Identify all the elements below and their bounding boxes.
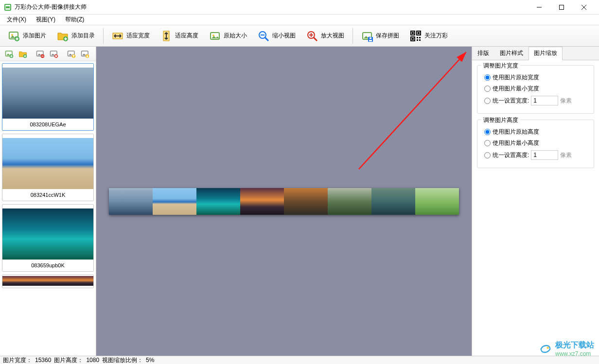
svg-rect-24: [369, 40, 372, 41]
tab-layout[interactable]: 排版: [472, 47, 494, 60]
radio-input[interactable]: [484, 140, 491, 146]
status-width-value: 15360: [35, 357, 51, 364]
radio-label: 统一设置高度:: [493, 151, 529, 159]
radio-input[interactable]: [484, 129, 491, 135]
zoom-out-label: 缩小视图: [272, 32, 296, 40]
about-button[interactable]: 关注万彩: [405, 28, 452, 44]
thumbnail-item[interactable]: [2, 275, 94, 288]
qrcode-icon: [410, 30, 422, 42]
about-label: 关注万彩: [424, 32, 448, 40]
add-folder-button[interactable]: 添加目录: [53, 28, 99, 44]
thumbnail-image: [2, 68, 93, 119]
tab-style[interactable]: 图片样式: [494, 47, 529, 60]
uniform-width-input[interactable]: [531, 96, 558, 105]
tab-scale[interactable]: 图片缩放: [529, 47, 563, 60]
fit-width-label: 适应宽度: [126, 32, 150, 40]
annotation-arrow: [354, 48, 480, 174]
svg-rect-2: [6, 6, 10, 8]
save-stitch-button[interactable]: 保存拼图: [357, 28, 404, 44]
radio-label: 使用图片最小宽度: [493, 85, 539, 93]
save-icon: [361, 30, 373, 42]
panel-tabs: 排版 图片样式 图片缩放: [472, 47, 599, 60]
fit-height-button[interactable]: 适应高度: [156, 28, 203, 44]
zoom-out-button[interactable]: 缩小视图: [253, 28, 300, 44]
menu-view[interactable]: 视图(Y): [32, 15, 59, 25]
sidebar-clear-button[interactable]: [48, 48, 60, 60]
sidebar-add-folder-button[interactable]: [17, 48, 29, 60]
svg-rect-32: [417, 37, 418, 38]
zoom-in-icon: [306, 30, 318, 42]
fit-width-button[interactable]: 适应宽度: [107, 28, 154, 44]
watermark-url: www.xz7.com: [555, 350, 594, 357]
fit-height-label: 适应高度: [175, 32, 198, 40]
thumbnail-item[interactable]: 083659upb0K: [2, 204, 94, 272]
image-clear-icon: [50, 50, 58, 58]
minimize-button[interactable]: [528, 0, 550, 14]
svg-line-19: [314, 37, 317, 41]
radio-label: 统一设置宽度:: [493, 97, 529, 105]
radio-input[interactable]: [484, 74, 491, 81]
svg-rect-33: [419, 37, 421, 38]
radio-input[interactable]: [484, 86, 491, 92]
main-toolbar: 添加图片 添加目录 适应宽度 适应高度 原始大小 缩小视图 放大视图 保存拼图 …: [0, 25, 599, 47]
status-width-label: 图片宽度：: [3, 356, 32, 364]
radio-label: 使用图片原始高度: [493, 128, 539, 136]
svg-line-48: [359, 52, 466, 169]
sidebar-move-down-button[interactable]: [79, 48, 91, 60]
status-zoom-value: 5%: [146, 357, 154, 364]
canvas-area[interactable]: [96, 47, 472, 356]
radio-width-original[interactable]: 使用图片原始宽度: [484, 73, 589, 82]
thumbnail-list[interactable]: 083208UEGAe 083241ccW1K 083659upb0K: [0, 61, 96, 356]
svg-rect-34: [417, 39, 418, 41]
uniform-height-input[interactable]: [531, 150, 558, 160]
group-adjust-width: 调整图片宽度 使用图片原始宽度 使用图片最小宽度 统一设置宽度: 像素: [477, 65, 594, 114]
radio-height-uniform[interactable]: 统一设置高度: 像素: [484, 150, 589, 160]
group-title: 调整图片宽度: [481, 62, 520, 70]
status-height-label: 图片高度：: [54, 356, 83, 364]
menu-file[interactable]: 文件(X): [3, 15, 30, 25]
thumbnail-label: 083241ccW1K: [2, 189, 93, 199]
radio-height-min[interactable]: 使用图片最小高度: [484, 139, 589, 147]
add-image-label: 添加图片: [23, 32, 46, 40]
thumbnail-image: [2, 208, 93, 260]
maximize-button[interactable]: [550, 0, 573, 14]
close-icon: [581, 5, 586, 10]
close-button[interactable]: [573, 0, 595, 14]
radio-width-min[interactable]: 使用图片最小宽度: [484, 85, 589, 93]
move-up-icon: [67, 50, 76, 58]
zoom-out-icon: [258, 30, 269, 42]
thumbnail-item[interactable]: 083241ccW1K: [2, 134, 94, 201]
original-size-label: 原始大小: [224, 32, 247, 40]
maximize-icon: [559, 5, 564, 10]
thumbnail-label: 083659upb0K: [2, 260, 93, 269]
radio-input[interactable]: [484, 98, 491, 104]
group-title: 调整图片高度: [481, 116, 520, 124]
right-panel: 排版 图片样式 图片缩放 调整图片宽度 使用图片原始宽度 使用图片最小宽度 统一…: [472, 47, 599, 356]
thumbnail-image: [2, 138, 93, 189]
zoom-in-button[interactable]: 放大视图: [302, 28, 349, 44]
svg-line-16: [265, 37, 268, 41]
radio-height-original[interactable]: 使用图片原始高度: [484, 128, 589, 136]
svg-rect-29: [412, 32, 414, 34]
svg-point-49: [546, 347, 549, 349]
watermark-icon: [539, 342, 552, 356]
svg-rect-31: [412, 38, 414, 40]
sidebar-remove-button[interactable]: [34, 48, 47, 60]
thumbnail-item[interactable]: 083208UEGAe: [2, 63, 94, 131]
add-image-button[interactable]: 添加图片: [4, 28, 51, 44]
folder-add-icon: [57, 30, 69, 42]
window-title: 万彩办公大师-图像拼接大师: [15, 3, 528, 11]
fit-width-icon: [112, 30, 123, 42]
radio-input[interactable]: [484, 152, 491, 158]
menu-help[interactable]: 帮助(Z): [61, 15, 88, 25]
watermark: 极光下载站 www.xz7.com: [539, 340, 594, 357]
radio-label: 使用图片原始宽度: [493, 73, 539, 82]
sidebar-add-image-button[interactable]: [3, 48, 16, 60]
sidebar-move-up-button[interactable]: [65, 48, 78, 60]
unit-label: 像素: [560, 97, 572, 105]
radio-width-uniform[interactable]: 统一设置宽度: 像素: [484, 96, 589, 105]
menu-bar: 文件(X) 视图(Y) 帮助(Z): [0, 15, 599, 25]
original-size-button[interactable]: 原始大小: [205, 28, 251, 44]
save-stitch-label: 保存拼图: [376, 32, 399, 40]
svg-rect-35: [419, 39, 421, 41]
